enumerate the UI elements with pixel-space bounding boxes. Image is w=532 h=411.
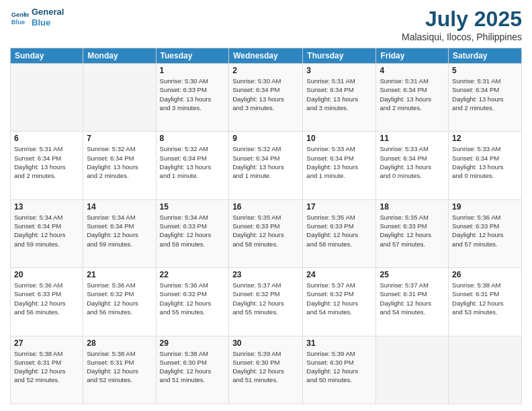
calendar-cell: 7Sunrise: 5:32 AMSunset: 6:34 PMDaylight… bbox=[83, 132, 156, 199]
day-number: 15 bbox=[160, 202, 226, 212]
calendar-cell bbox=[83, 64, 156, 132]
day-number: 18 bbox=[380, 202, 445, 212]
calendar-cell bbox=[11, 64, 83, 132]
weekday-header-monday: Monday bbox=[83, 48, 156, 64]
day-number: 30 bbox=[232, 338, 299, 348]
day-info: Sunrise: 5:38 AMSunset: 6:31 PMDaylight:… bbox=[452, 281, 518, 316]
calendar-cell: 27Sunrise: 5:38 AMSunset: 6:31 PMDayligh… bbox=[11, 336, 83, 404]
day-info: Sunrise: 5:37 AMSunset: 6:32 PMDaylight:… bbox=[232, 281, 299, 316]
day-info: Sunrise: 5:34 AMSunset: 6:33 PMDaylight:… bbox=[160, 213, 226, 248]
day-info: Sunrise: 5:38 AMSunset: 6:30 PMDaylight:… bbox=[160, 349, 226, 385]
logo: General Blue General Blue bbox=[10, 7, 64, 28]
day-info: Sunrise: 5:37 AMSunset: 6:32 PMDaylight:… bbox=[306, 281, 372, 316]
calendar-cell bbox=[376, 336, 449, 404]
weekday-header-tuesday: Tuesday bbox=[156, 48, 229, 64]
svg-text:Blue: Blue bbox=[11, 19, 25, 26]
day-info: Sunrise: 5:38 AMSunset: 6:31 PMDaylight:… bbox=[87, 349, 152, 385]
day-number: 24 bbox=[306, 270, 372, 279]
day-number: 10 bbox=[306, 134, 372, 143]
calendar-cell bbox=[449, 336, 522, 404]
day-info: Sunrise: 5:31 AMSunset: 6:34 PMDaylight:… bbox=[452, 77, 518, 112]
day-number: 23 bbox=[232, 270, 299, 279]
day-number: 19 bbox=[452, 202, 518, 212]
calendar-cell: 30Sunrise: 5:39 AMSunset: 6:30 PMDayligh… bbox=[229, 336, 303, 404]
day-number: 4 bbox=[380, 66, 445, 75]
weekday-header-friday: Friday bbox=[376, 48, 449, 64]
day-number: 6 bbox=[14, 134, 79, 143]
weekday-header-wednesday: Wednesday bbox=[229, 48, 303, 64]
calendar-cell: 20Sunrise: 5:36 AMSunset: 6:33 PMDayligh… bbox=[11, 268, 83, 336]
calendar-cell: 29Sunrise: 5:38 AMSunset: 6:30 PMDayligh… bbox=[156, 336, 229, 404]
day-number: 3 bbox=[306, 66, 372, 75]
day-info: Sunrise: 5:36 AMSunset: 6:32 PMDaylight:… bbox=[87, 281, 152, 316]
day-info: Sunrise: 5:36 AMSunset: 6:33 PMDaylight:… bbox=[14, 281, 79, 316]
day-number: 14 bbox=[87, 202, 152, 212]
day-number: 1 bbox=[160, 66, 226, 75]
day-info: Sunrise: 5:33 AMSunset: 6:34 PMDaylight:… bbox=[380, 144, 445, 180]
calendar-cell: 28Sunrise: 5:38 AMSunset: 6:31 PMDayligh… bbox=[83, 336, 156, 404]
day-number: 12 bbox=[452, 134, 518, 143]
calendar-cell: 5Sunrise: 5:31 AMSunset: 6:34 PMDaylight… bbox=[449, 64, 522, 132]
calendar-cell: 21Sunrise: 5:36 AMSunset: 6:32 PMDayligh… bbox=[83, 268, 156, 336]
day-number: 29 bbox=[160, 338, 226, 348]
header: General Blue General Blue July 2025 Mala… bbox=[10, 7, 522, 42]
calendar-cell: 17Sunrise: 5:35 AMSunset: 6:33 PMDayligh… bbox=[303, 199, 376, 267]
week-row-5: 27Sunrise: 5:38 AMSunset: 6:31 PMDayligh… bbox=[11, 336, 522, 404]
calendar-cell: 9Sunrise: 5:32 AMSunset: 6:34 PMDaylight… bbox=[229, 132, 303, 199]
day-info: Sunrise: 5:31 AMSunset: 6:34 PMDaylight:… bbox=[306, 77, 372, 112]
day-info: Sunrise: 5:37 AMSunset: 6:31 PMDaylight:… bbox=[380, 281, 445, 316]
day-info: Sunrise: 5:33 AMSunset: 6:34 PMDaylight:… bbox=[306, 144, 372, 180]
calendar-cell: 18Sunrise: 5:35 AMSunset: 6:33 PMDayligh… bbox=[376, 199, 449, 267]
day-info: Sunrise: 5:30 AMSunset: 6:33 PMDaylight:… bbox=[160, 77, 226, 112]
day-number: 20 bbox=[14, 270, 79, 279]
calendar-cell: 8Sunrise: 5:32 AMSunset: 6:34 PMDaylight… bbox=[156, 132, 229, 199]
calendar-cell: 11Sunrise: 5:33 AMSunset: 6:34 PMDayligh… bbox=[376, 132, 449, 199]
logo-text: General Blue bbox=[32, 7, 64, 28]
calendar-cell: 1Sunrise: 5:30 AMSunset: 6:33 PMDaylight… bbox=[156, 64, 229, 132]
calendar-cell: 22Sunrise: 5:36 AMSunset: 6:32 PMDayligh… bbox=[156, 268, 229, 336]
day-number: 16 bbox=[232, 202, 299, 212]
week-row-2: 6Sunrise: 5:31 AMSunset: 6:34 PMDaylight… bbox=[11, 132, 522, 199]
weekday-header-row: SundayMondayTuesdayWednesdayThursdayFrid… bbox=[11, 48, 522, 64]
day-info: Sunrise: 5:36 AMSunset: 6:32 PMDaylight:… bbox=[160, 281, 226, 316]
day-info: Sunrise: 5:35 AMSunset: 6:33 PMDaylight:… bbox=[306, 213, 372, 248]
day-info: Sunrise: 5:30 AMSunset: 6:34 PMDaylight:… bbox=[232, 77, 299, 112]
logo-icon: General Blue bbox=[10, 8, 29, 27]
day-number: 2 bbox=[232, 66, 299, 75]
day-info: Sunrise: 5:31 AMSunset: 6:34 PMDaylight:… bbox=[380, 77, 445, 112]
day-info: Sunrise: 5:38 AMSunset: 6:31 PMDaylight:… bbox=[14, 349, 79, 385]
week-row-3: 13Sunrise: 5:34 AMSunset: 6:34 PMDayligh… bbox=[11, 199, 522, 267]
week-row-1: 1Sunrise: 5:30 AMSunset: 6:33 PMDaylight… bbox=[11, 64, 522, 132]
day-number: 11 bbox=[380, 134, 445, 143]
calendar-cell: 16Sunrise: 5:35 AMSunset: 6:33 PMDayligh… bbox=[229, 199, 303, 267]
day-number: 17 bbox=[306, 202, 372, 212]
day-number: 8 bbox=[160, 134, 226, 143]
calendar-cell: 6Sunrise: 5:31 AMSunset: 6:34 PMDaylight… bbox=[11, 132, 83, 199]
calendar-table: SundayMondayTuesdayWednesdayThursdayFrid… bbox=[10, 48, 522, 404]
day-number: 26 bbox=[452, 270, 518, 279]
calendar-cell: 31Sunrise: 5:39 AMSunset: 6:30 PMDayligh… bbox=[303, 336, 376, 404]
calendar-cell: 26Sunrise: 5:38 AMSunset: 6:31 PMDayligh… bbox=[449, 268, 522, 336]
calendar-cell: 13Sunrise: 5:34 AMSunset: 6:34 PMDayligh… bbox=[11, 199, 83, 267]
weekday-header-thursday: Thursday bbox=[303, 48, 376, 64]
calendar-cell: 23Sunrise: 5:37 AMSunset: 6:32 PMDayligh… bbox=[229, 268, 303, 336]
day-number: 13 bbox=[14, 202, 79, 212]
calendar-page: General Blue General Blue July 2025 Mala… bbox=[0, 0, 532, 411]
calendar-cell: 3Sunrise: 5:31 AMSunset: 6:34 PMDaylight… bbox=[303, 64, 376, 132]
day-info: Sunrise: 5:35 AMSunset: 6:33 PMDaylight:… bbox=[380, 213, 445, 248]
day-number: 25 bbox=[380, 270, 445, 279]
calendar-cell: 14Sunrise: 5:34 AMSunset: 6:34 PMDayligh… bbox=[83, 199, 156, 267]
calendar-cell: 25Sunrise: 5:37 AMSunset: 6:31 PMDayligh… bbox=[376, 268, 449, 336]
day-info: Sunrise: 5:35 AMSunset: 6:33 PMDaylight:… bbox=[232, 213, 299, 248]
day-info: Sunrise: 5:32 AMSunset: 6:34 PMDaylight:… bbox=[87, 144, 152, 180]
week-row-4: 20Sunrise: 5:36 AMSunset: 6:33 PMDayligh… bbox=[11, 268, 522, 336]
calendar-cell: 10Sunrise: 5:33 AMSunset: 6:34 PMDayligh… bbox=[303, 132, 376, 199]
day-info: Sunrise: 5:39 AMSunset: 6:30 PMDaylight:… bbox=[306, 349, 372, 385]
day-number: 7 bbox=[87, 134, 152, 143]
day-number: 21 bbox=[87, 270, 152, 279]
calendar-cell: 2Sunrise: 5:30 AMSunset: 6:34 PMDaylight… bbox=[229, 64, 303, 132]
day-info: Sunrise: 5:33 AMSunset: 6:34 PMDaylight:… bbox=[452, 144, 518, 180]
day-number: 22 bbox=[160, 270, 226, 279]
day-info: Sunrise: 5:32 AMSunset: 6:34 PMDaylight:… bbox=[232, 144, 299, 180]
day-number: 27 bbox=[14, 338, 79, 348]
